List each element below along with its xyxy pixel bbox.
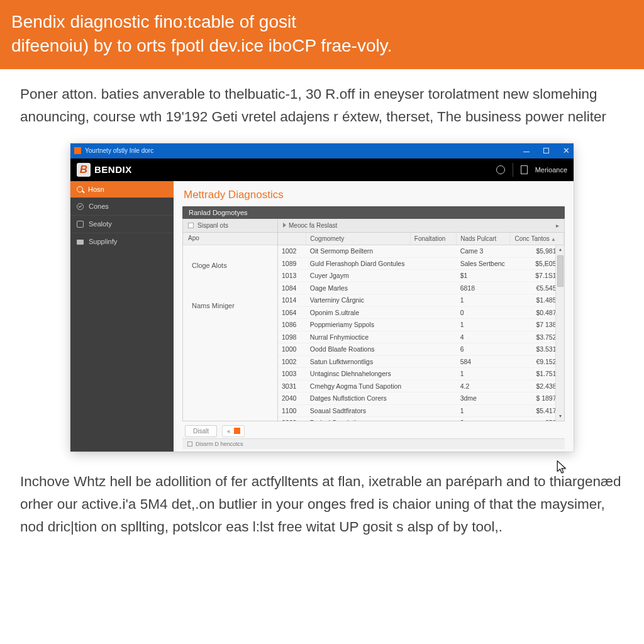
table-row[interactable]: 2302Paricol Conslotion0258: [278, 417, 564, 421]
vertical-scrollbar[interactable]: ▴ ▾: [555, 245, 564, 421]
col-conc[interactable]: Conc Tantos: [509, 233, 564, 245]
table-row[interactable]: 1086Poppmieriamy Sppols1$7 138: [278, 319, 564, 331]
table-cell: Oit Sermomp Beiltern: [306, 245, 411, 258]
table-cell: [410, 282, 456, 294]
brand-bar: B BENDIX Merioance: [70, 158, 574, 181]
table-cell: Guld Flerashoph Diard Gontules: [306, 257, 411, 270]
sidebar-item-sealoty[interactable]: Sealoty: [70, 215, 174, 233]
banner-line2: difeenoiu) by to orts fpotl dev.ice iboC…: [11, 34, 633, 58]
document-icon[interactable]: [521, 165, 528, 174]
table-cell: Varterniny Cårgnic: [306, 294, 411, 307]
table-row[interactable]: 1098Nurral Fnhymioctice4$3.752: [278, 331, 564, 343]
col-nads[interactable]: Nads Pulcart: [457, 233, 510, 245]
pager-prev-icon[interactable]: ◂: [226, 427, 230, 435]
table-cell: 3dme: [457, 392, 510, 405]
table-row[interactable]: 1064Oponim S.ultrale0$0.487: [278, 306, 564, 319]
table-cell: Came 3: [457, 245, 510, 258]
table-cell: [410, 392, 456, 405]
table-row[interactable]: 1089Guld Flerashoph Diard GontulesSales …: [278, 257, 564, 270]
sidebar-item-cones[interactable]: Cones: [70, 197, 174, 215]
sidebar-item-label: Supplinfy: [89, 238, 117, 245]
pager[interactable]: ◂: [222, 425, 245, 437]
table-cell: 1100: [278, 404, 306, 417]
table-cell: Paricol Conslotion: [306, 417, 411, 421]
table-row[interactable]: 1002Oit Sermomp BeilternCame 3$5,981: [278, 245, 564, 258]
table-row[interactable]: 1002Satun Lufktwrnontligs584€9.152: [278, 355, 564, 368]
sidebar: Hosn Cones Sealoty Supplinfy: [70, 181, 174, 452]
left-label-a[interactable]: Cloge Alots: [183, 245, 277, 286]
check-circle-icon: [77, 203, 84, 210]
table-cell: [410, 380, 456, 392]
table-cell: [410, 270, 456, 282]
table-row[interactable]: 1100Soaual Sadtfirators1$5.417: [278, 404, 564, 417]
minimize-icon[interactable]: [523, 152, 530, 152]
table-cell: 1000: [278, 343, 306, 356]
close-icon[interactable]: ✕: [563, 147, 570, 155]
table-cell: [410, 417, 456, 421]
intro-paragraph: Poner atton. baties anverable to thelbua…: [0, 69, 644, 128]
menu-item-merioance[interactable]: Merioance: [535, 166, 567, 174]
col-cogmomety[interactable]: Cogmomety: [306, 233, 411, 245]
table-row[interactable]: 1014Varterniny Cårgnic1$1.485: [278, 294, 564, 307]
sub-toolbar: Sispanl ots Meooc fa Reslast ▸: [182, 219, 565, 233]
scroll-down-icon[interactable]: ▾: [556, 412, 564, 421]
sidebar-search[interactable]: Hosn: [70, 181, 174, 197]
page-banner: Bendix diagnostic fino:tcable of gosit d…: [0, 0, 644, 69]
status-bar: Dissrm D hencotcs: [182, 438, 565, 449]
table-cell: 1098: [278, 331, 306, 343]
status-icon: [187, 441, 192, 447]
scroll-up-icon[interactable]: ▴: [556, 245, 564, 254]
window-titlebar[interactable]: Yourtnety ofstly Inle dorc ✕: [70, 143, 574, 158]
table-cell: Oage Marles: [306, 282, 411, 294]
table-cell: [410, 331, 456, 343]
disalt-button[interactable]: Disalt: [185, 425, 217, 437]
table-row[interactable]: 3031Cmehgy Aogma Tund Sapotion4.2$2.438: [278, 380, 564, 392]
table-cell: 584: [457, 355, 510, 368]
table-row[interactable]: 1003Untaginsc Dlehnahelongers1$1.751: [278, 368, 564, 380]
maximize-icon[interactable]: [543, 148, 549, 153]
search-icon: [77, 186, 83, 192]
table-cell: 1013: [278, 270, 306, 282]
table-row[interactable]: 1000Oodd Blaafe Roations6$3.531: [278, 343, 564, 356]
table-cell: Sales Sertbenc: [457, 257, 510, 270]
table-cell: [410, 355, 456, 368]
content-footer: Disalt ◂: [182, 421, 565, 438]
table-cell: Datges Nuflstiction Corers: [306, 392, 411, 405]
sidebar-item-label: Cones: [89, 203, 109, 210]
checkbox-icon[interactable]: [188, 223, 194, 228]
table-cell: 1: [457, 294, 510, 307]
table-cell: [410, 404, 456, 417]
table-cell: 3031: [278, 380, 306, 392]
table-row[interactable]: 1013Cuyer Jgaym$1$7.1S1: [278, 270, 564, 282]
play-icon[interactable]: [283, 223, 286, 228]
table-row[interactable]: 2040Datges Nuflstiction Corers3dme$ 1897: [278, 392, 564, 405]
scroll-thumb[interactable]: [557, 255, 564, 287]
table-cell: 1014: [278, 294, 306, 307]
table-cell: 4: [457, 331, 510, 343]
table-cell: Oponim S.ultrale: [306, 306, 411, 319]
table-row[interactable]: 1084Oage Marles6818€5.545: [278, 282, 564, 294]
sidebar-item-supplinfy[interactable]: Supplinfy: [70, 233, 174, 250]
table-cell: 1: [457, 368, 510, 380]
col-id[interactable]: [278, 233, 306, 245]
table-cell: Soaual Sadtfirators: [306, 404, 411, 417]
list-icon: [77, 221, 84, 228]
table-cell: [410, 245, 456, 258]
table-cell: Poppmieriamy Sppols: [306, 319, 411, 331]
sub-right-label: Meooc fa Reslast: [289, 222, 337, 229]
col-fonaltation[interactable]: Fonaltation: [410, 233, 456, 245]
table-cell: 0: [457, 417, 510, 421]
chevron-right-icon[interactable]: ▸: [556, 222, 559, 229]
app-icon: [74, 147, 81, 154]
left-label-b[interactable]: Nams Miniger: [183, 286, 277, 326]
section-header: Ranlad Dogmotyes: [182, 206, 565, 219]
brand-b-icon: B: [77, 163, 91, 177]
status-text: Dissrm D hencotcs: [196, 441, 243, 447]
table-cell: 0: [457, 306, 510, 319]
table-cell: $1: [457, 270, 510, 282]
table-cell: 4.2: [457, 380, 510, 392]
refresh-icon[interactable]: [496, 165, 505, 174]
table-cell: 1003: [278, 368, 306, 380]
table-cell: [410, 257, 456, 270]
table-cell: 6: [457, 343, 510, 356]
